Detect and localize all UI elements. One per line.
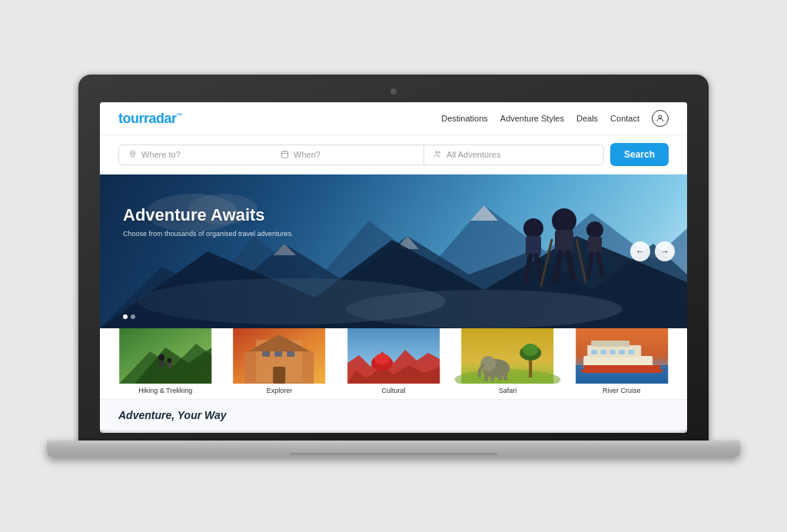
hero-subtitle: Choose from thousands of organised trave…: [123, 230, 294, 238]
categories-section: Hiking & Trekking: [100, 328, 687, 399]
category-img-cultural: [340, 328, 447, 384]
logo: tourradar™: [118, 111, 182, 127]
svg-point-6: [436, 151, 438, 153]
laptop-bottom: [47, 441, 740, 457]
calendar-icon: [281, 150, 289, 160]
adventures-field[interactable]: All Adventures: [423, 145, 604, 165]
category-img-safari: [454, 328, 560, 384]
laptop-hinge: [290, 453, 498, 457]
site-header: tourradar™ Destinations Adventure Styles…: [100, 102, 687, 135]
location-icon: [128, 150, 137, 160]
hero-title: Adventure Awaits: [123, 205, 294, 225]
svg-rect-70: [609, 350, 616, 354]
svg-point-51: [374, 354, 390, 364]
laptop-bezel: tourradar™ Destinations Adventure Styles…: [78, 75, 709, 441]
category-label-cruise: River Cruise: [603, 387, 641, 399]
logo-text: tourradar™: [118, 111, 182, 127]
search-bar: Where to? When?: [100, 135, 687, 175]
svg-rect-2: [281, 151, 287, 157]
svg-point-7: [439, 151, 440, 153]
svg-rect-36: [159, 361, 164, 367]
svg-marker-73: [579, 365, 664, 373]
svg-rect-57: [490, 372, 494, 381]
hero-dot-1[interactable]: [123, 314, 128, 319]
laptop-camera: [390, 88, 397, 95]
hero-prev-button[interactable]: ←: [630, 241, 650, 261]
laptop-wrapper: tourradar™ Destinations Adventure Styles…: [78, 75, 709, 457]
nav-adventure-styles[interactable]: Adventure Styles: [500, 114, 564, 123]
hero-dot-2[interactable]: [131, 314, 135, 319]
category-hiking[interactable]: Hiking & Trekking: [112, 328, 218, 399]
hero-next-button[interactable]: →: [655, 241, 675, 261]
user-icon[interactable]: [652, 110, 669, 127]
svg-point-35: [158, 354, 164, 361]
adventure-way-section: Adventure, Your Way: [100, 399, 687, 430]
svg-point-1: [131, 152, 134, 155]
when-placeholder: When?: [294, 150, 320, 159]
svg-point-37: [167, 358, 171, 363]
nav-destinations[interactable]: Destinations: [441, 114, 488, 123]
search-button[interactable]: Search: [610, 143, 669, 166]
adventure-way-title: Adventure, Your Way: [118, 409, 227, 421]
category-label-safari: Safari: [499, 387, 517, 399]
svg-rect-56: [484, 371, 488, 381]
nav-deals[interactable]: Deals: [576, 114, 598, 123]
svg-rect-68: [591, 350, 597, 354]
category-label-cultural: Cultural: [382, 387, 406, 399]
category-cultural[interactable]: Cultural: [340, 328, 447, 399]
laptop-screen: tourradar™ Destinations Adventure Styles…: [100, 102, 687, 433]
category-label-explorer: Explorer: [267, 387, 293, 399]
category-explorer[interactable]: Explorer: [226, 328, 332, 399]
hero-dots: [123, 314, 135, 319]
people-icon: [433, 150, 442, 160]
where-placeholder: Where to?: [141, 150, 181, 159]
category-img-cruise: [569, 328, 675, 384]
nav-links: Destinations Adventure Styles Deals Cont…: [441, 110, 669, 127]
nav-contact[interactable]: Contact: [610, 114, 639, 123]
svg-rect-71: [619, 350, 625, 354]
category-safari[interactable]: Safari: [454, 328, 560, 399]
category-label-hiking: Hiking & Trekking: [138, 387, 192, 399]
svg-rect-72: [628, 350, 634, 354]
svg-point-0: [659, 115, 662, 118]
category-cruise[interactable]: River Cruise: [569, 328, 675, 399]
hero-section: Adventure Awaits Choose from thousands o…: [100, 175, 687, 328]
svg-rect-59: [503, 372, 507, 381]
svg-rect-67: [591, 341, 629, 347]
svg-rect-38: [168, 363, 171, 368]
svg-rect-46: [274, 367, 286, 384]
category-img-hiking: [112, 328, 218, 384]
svg-rect-58: [498, 373, 502, 381]
svg-point-62: [523, 344, 538, 356]
category-img-explorer: [226, 328, 332, 384]
adventures-placeholder: All Adventures: [447, 150, 500, 159]
hero-content: Adventure Awaits Choose from thousands o…: [123, 205, 294, 238]
hero-nav: ← →: [630, 241, 675, 261]
when-field[interactable]: When?: [271, 145, 423, 165]
svg-rect-69: [600, 350, 606, 354]
where-field[interactable]: Where to?: [118, 145, 271, 165]
